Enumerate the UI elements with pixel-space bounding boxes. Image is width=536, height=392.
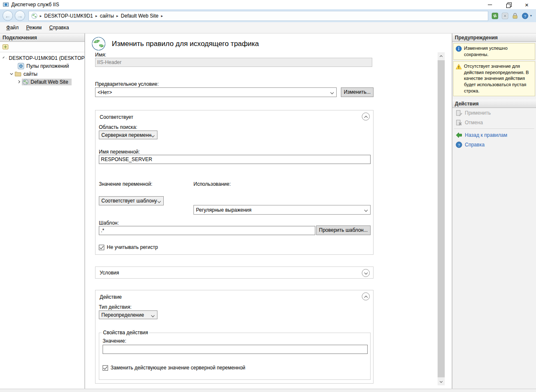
breadcrumb-separator-icon: ▸ [40, 14, 42, 18]
help-icon[interactable] [522, 13, 528, 19]
variable-value-value: Соответствует шаблону [101, 198, 157, 204]
back-arrow-icon [456, 132, 462, 138]
collapse-icon[interactable] [10, 72, 13, 75]
scrollbar-thumb[interactable] [438, 60, 445, 377]
back-to-rules-label: Назад к правилам [465, 132, 507, 138]
precondition-select[interactable]: <Нет> [95, 87, 337, 97]
ignore-case-label: Не учитывать регистр [107, 244, 158, 250]
scroll-down-button[interactable] [438, 378, 445, 385]
test-pattern-button[interactable]: Проверить шаблон... [316, 225, 371, 235]
breadcrumb: ▸ DESKTOP-U1MK9D1 ▸ сайты ▸ Default Web … [28, 11, 488, 21]
restore-icon [506, 3, 511, 7]
refresh-icon[interactable] [492, 13, 498, 19]
back-arrow-icon: ← [5, 13, 11, 19]
tree-item-sites[interactable]: сайты [0, 70, 85, 78]
collapse-section-button[interactable] [362, 113, 370, 120]
forward-arrow-icon: → [17, 13, 23, 19]
tree-item-app-pools[interactable]: Пулы приложений [0, 62, 85, 70]
variable-value-select[interactable]: Соответствует шаблону [99, 196, 164, 205]
page-title: Изменить правило для исходящего трафика [112, 40, 259, 48]
connections-toolbar [0, 42, 85, 52]
collapse-section-button[interactable] [362, 292, 370, 300]
lock-icon[interactable] [512, 13, 518, 19]
precondition-label: Предварительное условие: [95, 81, 159, 87]
match-section-title: Соответствует [100, 114, 133, 120]
menu-help[interactable]: Справка [46, 23, 73, 32]
menu-file[interactable]: Файл [3, 23, 23, 32]
replace-value-row[interactable]: Заменить действующее значение серверной … [103, 365, 245, 371]
breadcrumb-separator-icon: ▸ [161, 14, 163, 18]
iis-manager-window: Диспетчер служб IIS × ← → ▸ DESKTOP-U1MK… [0, 0, 536, 392]
variable-name-label: Имя переменной: [99, 149, 140, 155]
back-button[interactable]: ← [3, 10, 13, 21]
collapse-icon[interactable] [3, 56, 5, 59]
stop-icon[interactable] [502, 13, 508, 19]
name-input [95, 58, 372, 67]
pattern-label: Шаблон: [99, 220, 119, 226]
tree-item-server[interactable]: DESKTOP-U1MK9D1 (DESKTOP [0, 54, 85, 62]
action-value-input[interactable] [103, 345, 368, 354]
warning-icon [456, 64, 462, 70]
replace-value-checkbox[interactable] [103, 365, 108, 371]
close-icon: × [525, 2, 529, 8]
cancel-icon [456, 119, 462, 126]
action-section-title: Действие [100, 294, 122, 300]
rule-editor-panel: Изменить правило для исходящего трафика … [85, 33, 452, 389]
breadcrumb-item-default-web-site[interactable]: Default Web Site [121, 13, 159, 19]
breadcrumb-item-sites[interactable]: сайты [100, 13, 114, 19]
conditions-section-title: Условия [100, 270, 119, 276]
chevron-down-icon[interactable]: ▾ [530, 14, 532, 18]
new-connection-icon[interactable] [2, 44, 9, 50]
expand-icon[interactable] [17, 80, 20, 83]
chevron-down-icon [364, 271, 367, 274]
scope-select[interactable]: Серверная переменн [99, 131, 157, 139]
tree-item-label: Пулы приложений [26, 63, 69, 69]
name-label: Имя: [95, 52, 106, 58]
expand-section-button[interactable] [362, 269, 370, 277]
breadcrumb-item-server[interactable]: DESKTOP-U1MK9D1 [44, 13, 93, 19]
scroll-up-button[interactable] [438, 52, 445, 59]
conditions-section[interactable]: Условия [95, 266, 374, 279]
tree-item-label: DESKTOP-U1MK9D1 (DESKTOP [9, 55, 85, 61]
chevron-down-icon [440, 380, 443, 383]
action-properties-legend: Свойства действия [102, 330, 149, 336]
using-label: Использование: [193, 181, 231, 187]
variable-name-input[interactable] [99, 155, 371, 164]
actions-header: Действия [452, 100, 536, 108]
ignore-case-row[interactable]: Не учитывать регистр [99, 244, 158, 250]
restore-button[interactable] [499, 0, 518, 9]
precondition-value: <Нет> [98, 90, 112, 95]
action-properties-group: Свойства действия Значение: Заменить дей… [99, 330, 371, 380]
connections-panel: Подключения DESKTOP-U1MK9D1 (DESKTOP Пул… [0, 33, 85, 389]
action-section: Действие Тип действия: Переопределение С… [95, 290, 374, 384]
variable-value-label: Значение переменной: [99, 181, 152, 187]
window-title: Диспетчер служб IIS [11, 2, 59, 8]
main-scrollbar[interactable] [438, 52, 445, 385]
help-icon [456, 141, 462, 148]
help-link[interactable]: Справка [452, 140, 536, 149]
apply-button: Применить [452, 108, 536, 118]
globe-icon [23, 79, 28, 85]
chevron-up-icon [364, 295, 367, 299]
app-pools-icon [18, 63, 24, 69]
help-label: Справка [465, 142, 484, 148]
selected-tree-item[interactable]: Default Web Site [22, 79, 72, 85]
menu-view[interactable]: Режим [23, 23, 46, 32]
tree-item-default-web-site[interactable]: Default Web Site [0, 78, 85, 86]
edit-precondition-button[interactable]: Изменить... [341, 87, 374, 97]
connections-header-label: Подключения [3, 35, 37, 41]
alert-warning-text: Отсутствует значение для действия переоп… [464, 63, 533, 94]
minimize-button[interactable] [481, 0, 499, 9]
using-select[interactable]: Регулярные выражения [193, 205, 371, 215]
scope-value: Серверная переменн [101, 132, 151, 138]
close-button[interactable]: × [518, 0, 536, 9]
warnings-header-label: Предупреждения [455, 35, 498, 41]
forward-button[interactable]: → [15, 10, 25, 21]
action-type-select[interactable]: Переопределение [99, 310, 157, 319]
connections-tree: DESKTOP-U1MK9D1 (DESKTOP Пулы приложений… [0, 52, 85, 86]
pattern-input[interactable] [99, 226, 315, 235]
back-to-rules-link[interactable]: Назад к правилам [452, 130, 536, 140]
navigation-bar: ← → ▸ DESKTOP-U1MK9D1 ▸ сайты ▸ Default … [0, 9, 536, 22]
ignore-case-checkbox[interactable] [99, 245, 104, 250]
alert-warning: Отсутствует значение для действия переоп… [453, 61, 535, 96]
